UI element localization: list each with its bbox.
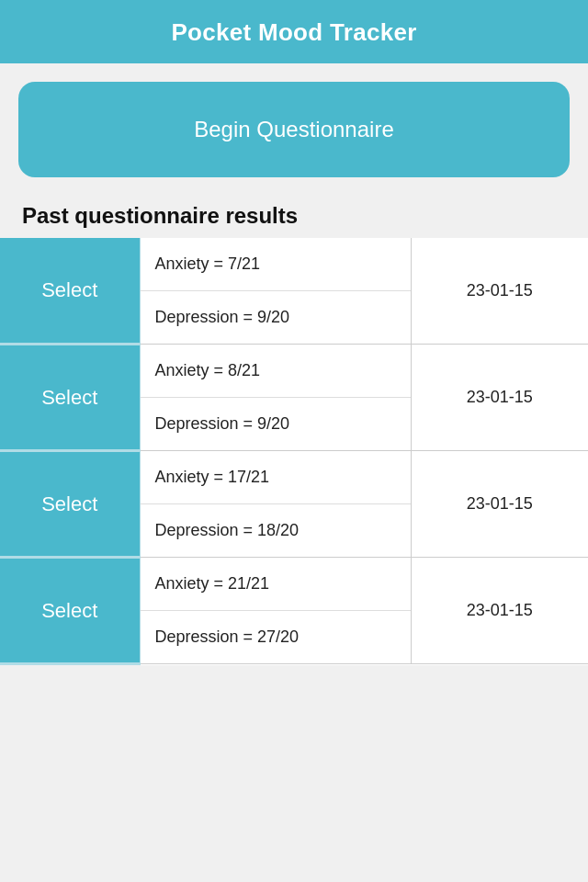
scores-cell: Anxiety = 21/21 Depression = 27/20 bbox=[140, 558, 411, 664]
select-button[interactable]: Select bbox=[0, 238, 140, 345]
date-cell: 23-01-15 bbox=[411, 345, 588, 451]
anxiety-score: Anxiety = 17/21 bbox=[141, 451, 411, 504]
table-row: Select Anxiety = 21/21 Depression = 27/2… bbox=[0, 558, 588, 664]
anxiety-score: Anxiety = 7/21 bbox=[141, 238, 411, 291]
app-title: Pocket Mood Tracker bbox=[171, 18, 416, 46]
results-table: Select Anxiety = 7/21 Depression = 9/20 … bbox=[0, 238, 588, 665]
select-button[interactable]: Select bbox=[0, 558, 140, 664]
anxiety-score: Anxiety = 8/21 bbox=[141, 345, 411, 398]
scores-cell: Anxiety = 17/21 Depression = 18/20 bbox=[140, 451, 411, 558]
app-header: Pocket Mood Tracker bbox=[0, 0, 588, 63]
select-button[interactable]: Select bbox=[0, 345, 140, 451]
scores-cell: Anxiety = 8/21 Depression = 9/20 bbox=[140, 345, 411, 451]
table-row: Select Anxiety = 17/21 Depression = 18/2… bbox=[0, 451, 588, 558]
begin-questionnaire-button[interactable]: Begin Questionnaire bbox=[18, 82, 570, 177]
anxiety-score: Anxiety = 21/21 bbox=[141, 558, 411, 611]
scores-cell: Anxiety = 7/21 Depression = 9/20 bbox=[140, 238, 411, 345]
section-title: Past questionnaire results bbox=[18, 203, 570, 229]
depression-score: Depression = 18/20 bbox=[141, 504, 411, 557]
table-row: Select Anxiety = 7/21 Depression = 9/20 … bbox=[0, 238, 588, 345]
date-cell: 23-01-15 bbox=[411, 451, 588, 558]
depression-score: Depression = 9/20 bbox=[141, 291, 411, 344]
table-row: Select Anxiety = 8/21 Depression = 9/20 … bbox=[0, 345, 588, 451]
date-cell: 23-01-15 bbox=[411, 558, 588, 664]
date-cell: 23-01-15 bbox=[411, 238, 588, 345]
depression-score: Depression = 27/20 bbox=[141, 611, 411, 663]
main-content: Begin Questionnaire Past questionnaire r… bbox=[0, 63, 588, 665]
depression-score: Depression = 9/20 bbox=[141, 398, 411, 450]
select-button[interactable]: Select bbox=[0, 451, 140, 558]
